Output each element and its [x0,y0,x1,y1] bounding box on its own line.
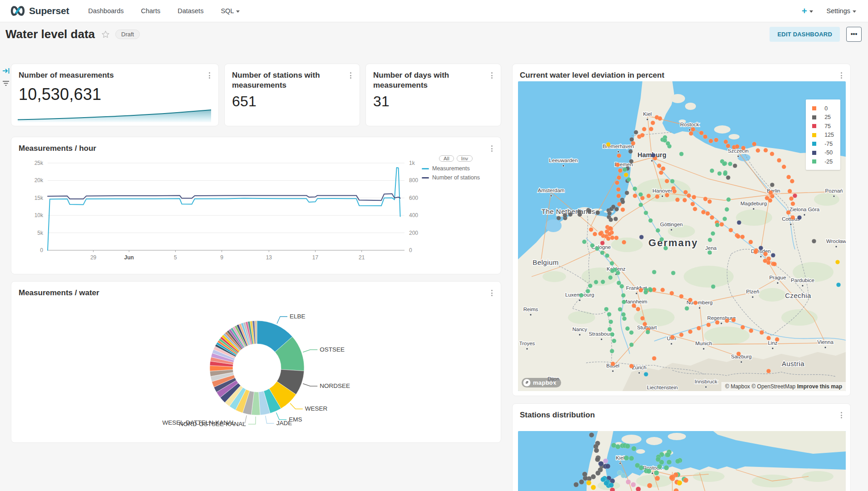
station-dot[interactable] [591,485,596,490]
series-line-measurements[interactable] [48,168,400,250]
station-dot[interactable] [600,251,605,255]
station-dot[interactable] [724,139,728,144]
station-dot[interactable] [772,262,777,267]
station-dot[interactable] [607,211,612,216]
station-dot[interactable] [766,336,771,341]
station-dot[interactable] [690,202,695,206]
station-dot[interactable] [595,247,600,251]
station-dot[interactable] [620,284,624,289]
series-line-number-of-stations[interactable] [48,194,400,201]
station-dot[interactable] [683,478,688,483]
station-dot[interactable] [596,210,600,215]
station-dot[interactable] [670,335,675,340]
station-dot[interactable] [777,158,781,163]
station-dot[interactable] [749,328,754,333]
station-dot[interactable] [665,193,670,198]
station-dot[interactable] [582,472,587,477]
station-dot[interactable] [710,215,715,220]
station-dot[interactable] [577,213,582,217]
station-dot[interactable] [770,152,774,156]
station-dot[interactable] [664,246,668,251]
station-dot[interactable] [636,307,641,312]
station-dot[interactable] [682,198,687,203]
station-dot[interactable] [836,283,841,287]
station-dot[interactable] [621,312,626,317]
legend-item[interactable]: Measurements [422,165,490,172]
nav-item-charts[interactable]: Charts [141,7,160,15]
station-dot[interactable] [579,480,584,485]
settings-menu[interactable]: Settings [827,7,856,15]
station-dot[interactable] [759,246,763,250]
station-dot[interactable] [644,372,648,377]
station-dot[interactable] [589,432,594,437]
station-dot[interactable] [654,471,659,476]
station-dot[interactable] [599,461,604,466]
station-dot[interactable] [679,332,684,337]
station-dot[interactable] [655,194,660,199]
station-dot[interactable] [590,243,595,248]
station-dot[interactable] [626,480,631,485]
station-dot[interactable] [652,356,656,361]
station-dot[interactable] [616,271,620,275]
station-dot[interactable] [616,444,621,449]
station-dot[interactable] [606,237,611,241]
station-dot[interactable] [733,164,737,168]
station-dot[interactable] [648,288,653,293]
station-dot[interactable] [707,199,712,204]
station-dot[interactable] [656,457,661,462]
station-dot[interactable] [791,215,795,220]
station-dot[interactable] [642,127,646,132]
station-dot[interactable] [636,487,641,491]
station-dot[interactable] [705,211,710,216]
station-dot[interactable] [622,300,626,304]
station-dot[interactable] [608,275,613,280]
station-dot[interactable] [715,320,720,325]
station-dot[interactable] [598,232,603,236]
station-dot[interactable] [625,444,630,449]
station-dot[interactable] [708,238,712,242]
station-dot[interactable] [630,137,634,142]
station-dot[interactable] [606,142,611,147]
station-dot[interactable] [639,203,643,207]
station-dot[interactable] [763,258,768,263]
station-dot[interactable] [768,198,773,203]
station-dot[interactable] [612,339,616,343]
station-dot[interactable] [764,148,768,153]
station-dot[interactable] [600,241,605,245]
station-dot[interactable] [760,330,764,335]
station-dot[interactable] [618,169,622,173]
station-dot[interactable] [741,146,746,150]
station-dot[interactable] [622,168,627,172]
station-dot[interactable] [607,327,612,332]
station-dot[interactable] [622,240,626,245]
station-dot[interactable] [596,471,601,476]
nav-item-dashboards[interactable]: Dashboards [88,7,123,15]
station-dot[interactable] [624,456,629,461]
station-dot[interactable] [644,290,648,295]
station-dot[interactable] [728,162,733,166]
station-dot[interactable] [664,465,669,470]
station-dot[interactable] [782,165,786,169]
station-dot[interactable] [754,250,758,254]
station-dot[interactable] [756,149,760,153]
station-dot[interactable] [726,144,730,148]
station-dot[interactable] [609,320,613,324]
station-dot[interactable] [735,144,740,149]
station-dot[interactable] [593,232,597,237]
station-dot[interactable] [594,448,599,453]
station-dot[interactable] [626,177,631,182]
station-dot[interactable] [629,342,634,347]
legend-select-all-button[interactable]: All [439,155,454,162]
station-dot[interactable] [835,260,840,264]
station-dot[interactable] [610,349,614,353]
station-dot[interactable] [601,280,605,284]
station-dot[interactable] [671,271,676,275]
station-dot[interactable] [715,223,720,228]
station-dot[interactable] [714,138,719,142]
station-dot[interactable] [736,234,740,239]
station-dot[interactable] [621,293,626,298]
station-dot[interactable] [670,291,674,296]
station-dot[interactable] [723,217,727,221]
station-dot[interactable] [790,179,794,184]
station-dot[interactable] [609,483,614,488]
